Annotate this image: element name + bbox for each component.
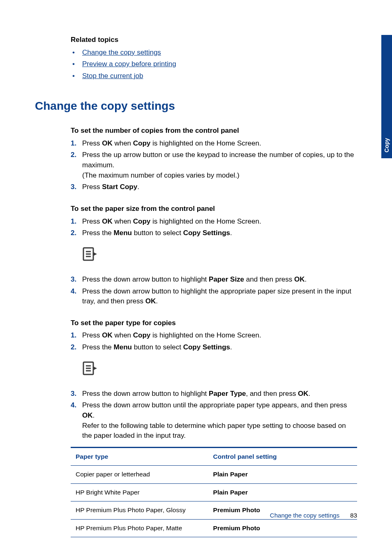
procedure-set-copies: To set the number of copies from the con… [71, 126, 357, 192]
chapter-tab: Copy [381, 35, 392, 158]
menu-button-icon [82, 361, 357, 377]
table-header-row: Paper type Control panel setting [71, 447, 357, 465]
related-topics-block: Related topics Change the copy settings … [71, 35, 357, 81]
section-title: Change the copy settings [35, 98, 357, 115]
procedure-set-paper-type: To set the paper type for copies Press O… [71, 318, 357, 537]
link-preview-copy[interactable]: Preview a copy before printing [82, 60, 176, 68]
procedure-heading: To set the paper type for copies [71, 318, 357, 328]
link-change-copy-settings[interactable]: Change the copy settings [82, 49, 161, 56]
table-row: Copier paper or letterheadPlain Paper [71, 466, 357, 483]
table-header-paper-type: Paper type [71, 447, 208, 465]
steps-list: Press OK when Copy is highlighted on the… [71, 217, 357, 238]
procedure-heading: To set the paper size from the control p… [71, 204, 357, 214]
steps-list-cont: Press the down arrow button to highlight… [71, 275, 357, 307]
related-topic-item: Change the copy settings [71, 48, 357, 58]
step: Press the Menu button to select Copy Set… [71, 228, 357, 238]
footer-section-title: Change the copy settings [270, 512, 339, 519]
cell-setting: Plain Paper [208, 466, 357, 483]
cell-paper-type: Copier paper or letterhead [71, 466, 208, 483]
svg-marker-9 [94, 367, 97, 370]
paper-type-table: Paper type Control panel setting Copier … [71, 447, 357, 537]
cell-setting: Plain Paper [208, 483, 357, 501]
steps-list-cont: Press the down arrow button to highlight… [71, 389, 357, 441]
procedure-heading: To set the number of copies from the con… [71, 126, 357, 136]
table-row: HP Premium Plus Photo Paper, MattePremiu… [71, 519, 357, 537]
page-footer: Change the copy settings 83 [270, 511, 357, 520]
chapter-tab-label: Copy [383, 138, 391, 153]
related-topic-item: Preview a copy before printing [71, 59, 357, 69]
step: Press the down arrow button to highlight… [71, 389, 357, 399]
table-row: HP Bright White PaperPlain Paper [71, 483, 357, 501]
related-topics-list: Change the copy settings Preview a copy … [71, 48, 357, 81]
cell-paper-type: HP Premium Plus Photo Paper, Glossy [71, 501, 208, 519]
step: Press OK when Copy is highlighted on the… [71, 139, 357, 149]
step: Press OK when Copy is highlighted on the… [71, 330, 357, 341]
link-stop-job[interactable]: Stop the current job [82, 72, 143, 80]
svg-marker-4 [94, 252, 97, 256]
step: Press the down arrow button until the ap… [71, 400, 357, 441]
page-content: Related topics Change the copy settings … [0, 0, 392, 537]
step: Press the Menu button to select Copy Set… [71, 342, 357, 353]
page-number: 83 [350, 512, 357, 519]
menu-button-icon [82, 247, 357, 262]
cell-paper-type: HP Premium Plus Photo Paper, Matte [71, 519, 208, 537]
step: Press the down arrow button to highlight… [71, 275, 357, 285]
step: Press the down arrow button to highlight… [71, 287, 357, 307]
procedure-set-paper-size: To set the paper size from the control p… [71, 204, 357, 307]
menu-icon [82, 361, 357, 377]
step: Press the up arrow button or use the key… [71, 150, 357, 180]
related-topic-item: Stop the current job [71, 71, 357, 81]
menu-icon [82, 247, 357, 262]
steps-list: Press OK when Copy is highlighted on the… [71, 330, 357, 352]
table-header-setting: Control panel setting [208, 447, 357, 465]
step: Press OK when Copy is highlighted on the… [71, 217, 357, 227]
steps-list: Press OK when Copy is highlighted on the… [71, 139, 357, 192]
cell-setting: Premium Photo [208, 519, 357, 537]
cell-paper-type: HP Bright White Paper [71, 483, 208, 501]
related-topics-heading: Related topics [71, 35, 357, 45]
step: Press Start Copy. [71, 182, 357, 192]
